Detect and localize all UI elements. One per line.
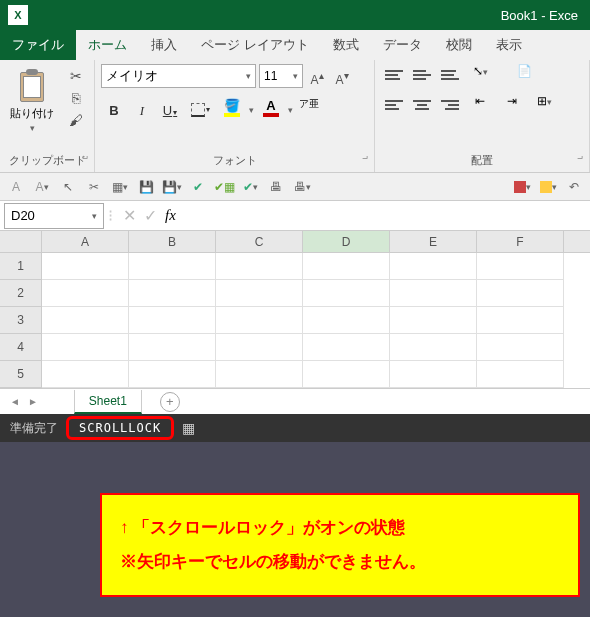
enter-formula-button[interactable]: ✓ (144, 206, 157, 225)
qat-cut[interactable]: ✂ (84, 177, 104, 197)
align-center-button[interactable] (409, 94, 435, 116)
align-middle-button[interactable] (409, 64, 435, 86)
merge-button[interactable]: ⊞▾ (529, 94, 559, 116)
qat-undo[interactable]: ↶ (564, 177, 584, 197)
qat-grid[interactable]: ▦▾ (110, 177, 130, 197)
cell[interactable] (129, 334, 216, 361)
cell[interactable] (42, 280, 129, 307)
qat-check1[interactable]: ✔ (188, 177, 208, 197)
tab-review[interactable]: 校閲 (434, 30, 484, 60)
tab-insert[interactable]: 挿入 (139, 30, 189, 60)
qat-style-a[interactable]: A (6, 177, 26, 197)
col-header-d[interactable]: D (303, 231, 390, 252)
font-size-select[interactable]: 11▾ (259, 64, 303, 88)
bold-button[interactable]: B (101, 98, 127, 122)
cancel-formula-button[interactable]: ✕ (123, 206, 136, 225)
paste-button[interactable]: 貼り付け ▾ (6, 64, 58, 137)
cut-button[interactable]: ✂ (66, 68, 86, 86)
col-header-a[interactable]: A (42, 231, 129, 252)
cell[interactable] (129, 253, 216, 280)
tab-page-layout[interactable]: ページ レイアウト (189, 30, 321, 60)
qat-style-a2[interactable]: A▾ (32, 177, 52, 197)
qat-save[interactable]: 💾 (136, 177, 156, 197)
cell[interactable] (129, 280, 216, 307)
cell[interactable] (303, 280, 390, 307)
cell[interactable] (303, 334, 390, 361)
name-box[interactable]: D20▾ (4, 203, 104, 229)
font-color-button[interactable]: A (256, 98, 286, 122)
qat-check2[interactable]: ✔▦ (214, 177, 234, 197)
wrap-text-button[interactable]: 📄 (509, 64, 539, 86)
col-header-b[interactable]: B (129, 231, 216, 252)
increase-font-button[interactable]: A▴ (306, 65, 328, 87)
row-header-2[interactable]: 2 (0, 280, 42, 307)
row-header-3[interactable]: 3 (0, 307, 42, 334)
border-button[interactable] (185, 98, 215, 122)
tab-file[interactable]: ファイル (0, 30, 76, 60)
row-header-1[interactable]: 1 (0, 253, 42, 280)
cell[interactable] (390, 361, 477, 388)
worksheet-grid[interactable]: A B C D E F 1 2 3 4 5 (0, 231, 590, 388)
cell[interactable] (477, 280, 564, 307)
row-header-4[interactable]: 4 (0, 334, 42, 361)
copy-button[interactable]: ⎘ (66, 90, 86, 108)
align-top-button[interactable] (381, 64, 407, 86)
new-sheet-button[interactable]: + (160, 392, 180, 412)
tab-home[interactable]: ホーム (76, 30, 139, 60)
cell[interactable] (216, 280, 303, 307)
cell[interactable] (390, 334, 477, 361)
tab-view[interactable]: 表示 (484, 30, 534, 60)
fx-button[interactable]: fx (165, 207, 176, 224)
qat-save2[interactable]: 💾▾ (162, 177, 182, 197)
increase-indent-button[interactable]: ⇥ (497, 94, 527, 116)
sheet-nav-next[interactable]: ► (28, 396, 38, 407)
tab-formulas[interactable]: 数式 (321, 30, 371, 60)
decrease-font-button[interactable]: A▾ (331, 65, 353, 87)
record-macro-icon[interactable]: ▦ (182, 420, 195, 436)
cell[interactable] (303, 307, 390, 334)
cell[interactable] (216, 334, 303, 361)
cell[interactable] (216, 253, 303, 280)
cell[interactable] (303, 361, 390, 388)
cell[interactable] (129, 361, 216, 388)
qat-fill-yellow[interactable]: ▾ (538, 177, 558, 197)
cell[interactable] (42, 307, 129, 334)
qat-print[interactable]: 🖶 (266, 177, 286, 197)
cell[interactable] (390, 280, 477, 307)
sheet-nav-prev[interactable]: ◄ (10, 396, 20, 407)
cell[interactable] (129, 307, 216, 334)
fill-color-button[interactable]: 🪣 (217, 98, 247, 122)
qat-fill-red[interactable]: ▾ (512, 177, 532, 197)
cell[interactable] (303, 253, 390, 280)
italic-button[interactable]: I (129, 98, 155, 122)
col-header-e[interactable]: E (390, 231, 477, 252)
qat-cursor[interactable]: ↖ (58, 177, 78, 197)
tab-data[interactable]: データ (371, 30, 434, 60)
cell[interactable] (42, 253, 129, 280)
col-header-c[interactable]: C (216, 231, 303, 252)
qat-check3[interactable]: ✔▾ (240, 177, 260, 197)
cell[interactable] (477, 253, 564, 280)
row-header-5[interactable]: 5 (0, 361, 42, 388)
cell[interactable] (216, 361, 303, 388)
select-all-corner[interactable] (0, 231, 42, 252)
format-painter-button[interactable]: 🖌 (66, 112, 86, 130)
align-bottom-button[interactable] (437, 64, 463, 86)
decrease-indent-button[interactable]: ⇤ (465, 94, 495, 116)
cell[interactable] (390, 307, 477, 334)
cell[interactable] (42, 361, 129, 388)
col-header-f[interactable]: F (477, 231, 564, 252)
orientation-button[interactable]: ⤡▾ (465, 64, 495, 86)
phonetic-button[interactable]: ア亜 (295, 98, 323, 122)
align-left-button[interactable] (381, 94, 407, 116)
qat-print2[interactable]: 🖶▾ (292, 177, 312, 197)
sheet-tab-1[interactable]: Sheet1 (74, 390, 142, 414)
cell[interactable] (216, 307, 303, 334)
cell[interactable] (477, 307, 564, 334)
cell[interactable] (390, 253, 477, 280)
cell[interactable] (477, 334, 564, 361)
underline-button[interactable]: U (157, 98, 183, 122)
align-right-button[interactable] (437, 94, 463, 116)
cell[interactable] (42, 334, 129, 361)
cell[interactable] (477, 361, 564, 388)
